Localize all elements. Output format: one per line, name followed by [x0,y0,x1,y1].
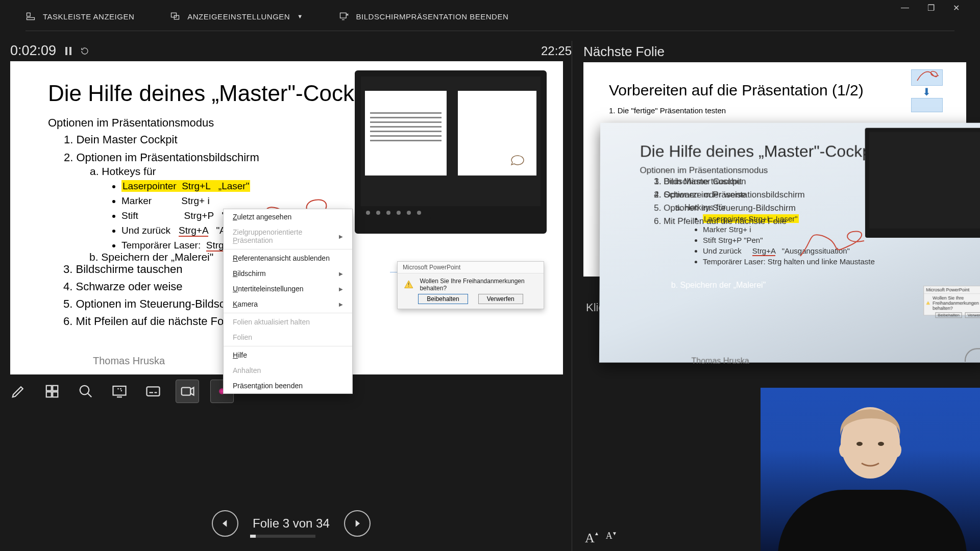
reset-timer-button[interactable] [81,47,89,55]
svg-rect-13 [53,386,58,391]
menu-pause: Anhalten [224,363,352,378]
monitor-stand [965,348,980,362]
menu-end-show[interactable]: Präsentation beenden [224,378,352,393]
pen-tool-button[interactable] [7,380,30,403]
discard-ink-button[interactable]: Verwerfen [478,294,523,304]
black-screen-button[interactable] [108,380,131,403]
previous-slide-button[interactable] [212,510,238,537]
slide-list-top: Dein Master Cockpit Optionen im Präsenta… [64,133,259,169]
dialog-message: Wollen Sie Ihre Freihandanmerkungen beha… [420,278,537,292]
current-time: 22:25 [541,44,572,58]
menu-keep-updated: Folien aktualisiert halten [224,314,352,330]
svg-rect-9 [69,47,71,55]
restore-button[interactable]: ❐ [927,3,935,13]
slide-author: Thomas Hruska [93,355,165,367]
svg-point-32 [892,443,901,457]
brain-icon [509,154,526,166]
pause-button[interactable] [64,47,72,55]
svg-rect-23 [182,388,191,395]
zoom-button[interactable] [75,380,97,403]
projected-screen-photo: Die Hilfe deines „Master"-Cockpits Optio… [599,123,980,363]
next-slide-title: Vorbereiten auf die Präsentation (1/2) [609,82,864,99]
all-slides-button[interactable] [41,380,63,403]
next-slide-button[interactable] [344,510,371,537]
minimize-button[interactable]: ― [901,3,909,13]
vertical-divider[interactable] [572,41,572,551]
next-slide-item: 1. Die "fertige" Präsentation testen [609,106,726,115]
monitor-thumbnail-image [355,70,547,234]
chevron-right-icon: ▶ [339,271,343,277]
slide-subtitle: Optionen im Präsentationsmodus [48,116,214,130]
svg-rect-4 [340,13,346,18]
end-slideshow-button[interactable]: BILDSCHIRMPRÄSENTATION BEENDEN [339,11,509,21]
svg-point-29 [856,442,863,446]
monitor-thumbnail-image [865,128,980,238]
menu-separator [224,313,352,313]
slide-list-bottom: Bildschirme tauschen Schwarze oder weise… [63,263,247,332]
warning-icon: ! [404,279,413,290]
close-button[interactable]: ✕ [953,3,960,13]
menu-separator [224,346,352,346]
svg-rect-12 [46,386,52,391]
menu-hide-presenter-view[interactable]: Referentenansicht ausblenden [224,251,352,266]
slide-title: Die Hilfe deines „Master"-Cockpits [48,81,389,106]
timer: 0:02:09 [10,43,89,59]
svg-rect-8 [65,47,67,55]
menu-subtitle-settings[interactable]: Untertiteleinstellungen▶ [224,281,352,296]
context-menu: Zuletzt angesehen Zielgruppenorientierte… [223,209,353,394]
font-decrease-button[interactable]: A▼ [606,531,612,546]
svg-marker-25 [223,520,227,527]
svg-point-31 [839,443,848,457]
svg-rect-20 [147,387,160,396]
presenter-webcam[interactable] [761,388,980,551]
divider [26,31,954,31]
svg-marker-24 [190,388,193,395]
subtitles-button[interactable] [142,380,164,403]
font-increase-button[interactable]: A▲ [585,531,595,546]
display-settings-button[interactable]: ANZEIGEEINSTELLUNGEN ▼ [170,11,303,21]
svg-marker-26 [355,520,359,527]
svg-rect-1 [27,13,31,16]
menu-camera[interactable]: Kamera▶ [224,296,352,312]
keep-ink-button[interactable]: Beibehalten [418,294,468,304]
notes-font-controls: A▲ A▼ [585,531,612,546]
svg-rect-0 [27,18,35,20]
slide-navigation: Folie 3 von 34 [212,510,371,537]
menu-separator [224,249,352,249]
top-toolbar: TASKLEISTE ANZEIGEN ANZEIGEEINSTELLUNGEN… [0,0,980,42]
menu-help[interactable]: Hilfe [224,347,352,363]
window-controls: ― ❐ ✕ [901,3,960,13]
slide-progress[interactable] [250,535,315,538]
presenter-silhouette [827,403,914,510]
chevron-right-icon: ▶ [339,302,343,307]
ink-keep-dialog-mini: Microsoft PowerPoint Wollen Sie Ihre Fre… [923,286,980,315]
slide-counter: Folie 3 von 34 [253,516,330,531]
elapsed-time: 0:02:09 [10,43,56,59]
slide-sub-a: a. Hotkeys für [90,165,156,178]
svg-rect-18 [113,386,126,395]
chevron-right-icon: ▶ [339,286,343,292]
svg-rect-14 [46,392,52,397]
show-taskbar-button[interactable]: TASKLEISTE ANZEIGEN [26,11,134,21]
svg-text:!: ! [408,282,409,288]
menu-last-viewed[interactable]: Zuletzt angesehen [224,209,352,224]
chevron-right-icon: ▶ [339,234,343,239]
arrow-down-icon: ⬇ [922,86,931,98]
menu-custom-show: Zielgruppenorientierte Präsentation▶ [224,224,352,248]
svg-rect-15 [53,392,58,397]
chevron-down-icon: ▼ [297,13,303,19]
diagram-shapes: ⬇ [907,69,947,112]
svg-rect-2 [172,13,177,17]
menu-screen[interactable]: Bildschirm▶ [224,266,352,281]
ink-keep-dialog: Microsoft PowerPoint ! Wollen Sie Ihre F… [397,261,544,309]
svg-point-16 [80,386,89,395]
ink-annotation [798,226,873,261]
menu-slides: Folien [224,330,352,345]
svg-marker-27 [926,302,930,305]
camera-button[interactable] [176,380,199,403]
presenter-tools [7,380,234,403]
next-slide-heading: Nächste Folie [583,44,665,60]
dialog-title: Microsoft PowerPoint [398,262,544,273]
slide-sub-b: b. Speichern der „Malerei" [89,251,213,263]
svg-line-17 [88,393,92,397]
